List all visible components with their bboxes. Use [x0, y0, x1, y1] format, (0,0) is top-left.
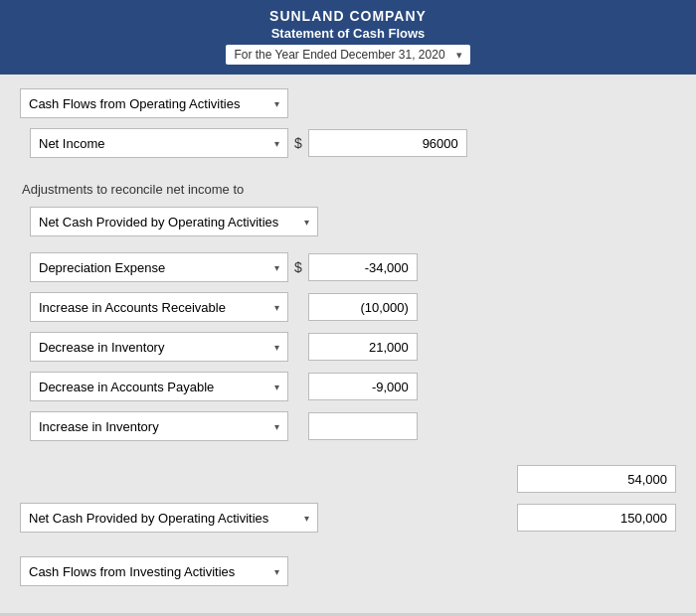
decrease-inventory-chevron-icon: ▾: [274, 342, 279, 353]
increase-inventory-dropdown[interactable]: Increase in Inventory ▾: [30, 411, 288, 441]
accounts-receivable-value-box[interactable]: (10,000): [308, 293, 418, 321]
depreciation-value: -34,000: [365, 260, 409, 275]
date-chevron-icon: ▾: [456, 49, 462, 62]
total-adjustments-row: 54,000: [20, 465, 676, 493]
decrease-ap-row: Decrease in Accounts Payable ▾ $ -9,000: [30, 372, 676, 401]
decrease-inventory-row: Decrease in Inventory ▾ $ 21,000: [30, 332, 676, 362]
header: SUNLAND COMPANY Statement of Cash Flows …: [0, 0, 696, 75]
decrease-inventory-dropdown[interactable]: Decrease in Inventory ▾: [30, 332, 288, 362]
date-label: For the Year Ended December 31, 2020: [234, 48, 444, 62]
sub-section-row: Net Cash Provided by Operating Activitie…: [30, 207, 676, 236]
net-cash-value-box[interactable]: 150,000: [517, 504, 676, 532]
increase-inventory-chevron-icon: ▾: [274, 421, 279, 432]
investing-section-label: Cash Flows from Investing Activities: [29, 564, 235, 579]
decrease-inventory-value: 21,000: [369, 340, 409, 355]
accounts-receivable-row: Increase in Accounts Receivable ▾ $ (10,…: [30, 292, 676, 322]
decrease-ap-value-box[interactable]: -9,000: [308, 373, 418, 400]
decrease-inventory-label: Decrease in Inventory: [39, 340, 164, 355]
decrease-inventory-value-box[interactable]: 21,000: [308, 333, 418, 361]
net-income-value: 96000: [423, 136, 458, 151]
accounts-receivable-chevron-icon: ▾: [274, 302, 279, 313]
increase-inventory-row: Increase in Inventory ▾ $: [30, 411, 676, 441]
sub-section-chevron-icon: ▾: [304, 217, 309, 228]
operating-section-row: Cash Flows from Operating Activities ▾: [20, 88, 676, 118]
operating-section-label: Cash Flows from Operating Activities: [29, 96, 240, 111]
company-name: SUNLAND COMPANY: [0, 8, 696, 24]
depreciation-dropdown[interactable]: Depreciation Expense ▾: [30, 252, 288, 282]
investing-section-dropdown[interactable]: Cash Flows from Investing Activities ▾: [20, 556, 288, 586]
date-selector[interactable]: For the Year Ended December 31, 2020 ▾: [226, 45, 469, 65]
net-income-dollar: $: [294, 135, 302, 151]
net-income-row: Net Income ▾ $ 96000: [30, 128, 676, 158]
sub-section-dropdown[interactable]: Net Cash Provided by Operating Activitie…: [30, 207, 318, 236]
accounts-receivable-label: Increase in Accounts Receivable: [39, 300, 226, 315]
accounts-receivable-value: (10,000): [360, 300, 408, 315]
operating-chevron-icon: ▾: [274, 98, 279, 109]
net-cash-result-dropdown[interactable]: Net Cash Provided by Operating Activitie…: [20, 503, 318, 533]
increase-inventory-label: Increase in Inventory: [39, 419, 159, 434]
investing-chevron-icon: ▾: [274, 566, 279, 577]
depreciation-label: Depreciation Expense: [39, 260, 165, 275]
net-cash-value: 150,000: [620, 511, 667, 526]
net-income-value-box[interactable]: 96000: [308, 129, 467, 157]
net-income-dropdown[interactable]: Net Income ▾: [30, 128, 288, 158]
net-income-label: Net Income: [39, 136, 104, 151]
depreciation-value-box[interactable]: -34,000: [308, 253, 418, 281]
net-cash-chevron-icon: ▾: [304, 513, 309, 524]
statement-title: Statement of Cash Flows: [0, 26, 696, 41]
depreciation-row: Depreciation Expense ▾ $ -34,000: [30, 252, 676, 282]
adjustments-label: Adjustments to reconcile net income to: [20, 182, 676, 197]
total-adjustments-box[interactable]: 54,000: [517, 465, 676, 493]
investing-section-row: Cash Flows from Investing Activities ▾: [20, 556, 676, 586]
decrease-ap-value: -9,000: [372, 380, 409, 394]
net-income-chevron-icon: ▾: [274, 138, 279, 149]
operating-section-dropdown[interactable]: Cash Flows from Operating Activities ▾: [20, 88, 288, 118]
net-cash-result-row: Net Cash Provided by Operating Activitie…: [20, 503, 676, 533]
depreciation-chevron-icon: ▾: [274, 262, 279, 273]
accounts-receivable-dropdown[interactable]: Increase in Accounts Receivable ▾: [30, 292, 288, 322]
depreciation-dollar: $: [294, 259, 302, 275]
main-content: Cash Flows from Operating Activities ▾ N…: [0, 75, 696, 613]
total-adjustments-value: 54,000: [627, 472, 667, 487]
decrease-ap-label: Decrease in Accounts Payable: [39, 380, 214, 394]
increase-inventory-value-box[interactable]: [308, 412, 418, 440]
decrease-ap-dropdown[interactable]: Decrease in Accounts Payable ▾: [30, 372, 288, 401]
sub-section-label: Net Cash Provided by Operating Activitie…: [39, 215, 278, 230]
decrease-ap-chevron-icon: ▾: [274, 382, 279, 392]
net-cash-result-label: Net Cash Provided by Operating Activitie…: [29, 511, 268, 526]
